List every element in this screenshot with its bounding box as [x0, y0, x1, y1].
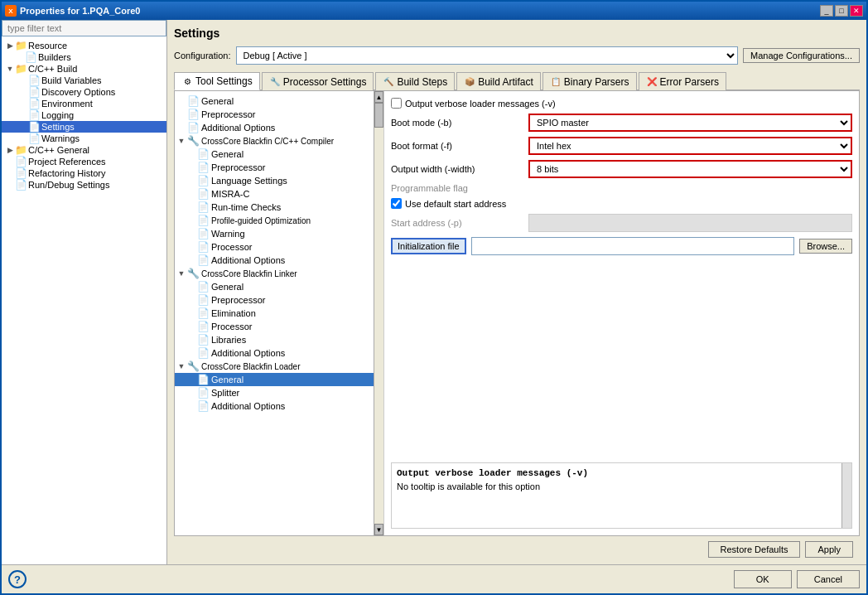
stree-item-crosscore-compiler[interactable]: ▼ 🔧 CrossCore Blackfin C/C++ Compiler: [175, 134, 374, 148]
stree-item-additional-options3[interactable]: 📄 Additional Options: [175, 346, 374, 360]
stree-item-warning[interactable]: 📄 Warning: [175, 227, 374, 240]
boot-format-row: Boot format (-f) Intel hex: [391, 137, 852, 155]
stree-item-general1[interactable]: 📄 General: [175, 94, 374, 108]
folder-icon-builders: 📄: [25, 52, 36, 62]
stree-icon-preprocessor2: 📄: [196, 162, 210, 173]
stree-icon-misra-c: 📄: [196, 188, 210, 200]
output-verbose-checkbox[interactable]: [391, 98, 402, 109]
stree-item-runtime-checks[interactable]: 📄 Run-time Checks: [175, 201, 374, 214]
maximize-button[interactable]: □: [835, 5, 848, 17]
sidebar-item-warnings[interactable]: 📄 Warnings: [2, 133, 166, 144]
sidebar-item-environment[interactable]: 📄 Environment: [2, 98, 166, 109]
sidebar-item-build-variables[interactable]: 📄 Build Variables: [2, 75, 166, 86]
info-scrollbar[interactable]: [841, 463, 851, 528]
sidebar-item-builders[interactable]: 📄 Builders: [2, 51, 166, 63]
stree-item-preprocessor2[interactable]: 📄 Preprocessor: [175, 161, 374, 174]
stree-item-processor4[interactable]: 📄 Processor: [175, 320, 374, 333]
tab-tool-settings[interactable]: ⚙ Tool Settings: [174, 72, 260, 90]
info-container: Output verbose loader messages (-v) No t…: [391, 459, 852, 529]
boot-mode-select[interactable]: SPIO master: [528, 114, 852, 132]
use-default-start-checkbox[interactable]: [391, 198, 402, 209]
stree-item-general4[interactable]: 📄 General: [175, 373, 374, 386]
tree-label-refactoring-history: Refactoring History: [28, 168, 106, 178]
scrollbar-up-button[interactable]: ▲: [374, 91, 383, 103]
sidebar-item-refactoring-history[interactable]: 📄 Refactoring History: [2, 167, 166, 179]
folder-icon-environment: 📄: [28, 99, 40, 109]
info-title: Output verbose loader messages (-v): [397, 468, 846, 478]
start-address-input[interactable]: [528, 214, 852, 232]
output-verbose-label: Output verbose loader messages (-v): [405, 99, 556, 109]
stree-icon-profile-opt: 📄: [196, 215, 210, 226]
sidebar-item-run-debug[interactable]: 📄 Run/Debug Settings: [2, 179, 166, 191]
manage-configurations-button[interactable]: Manage Configurations...: [743, 48, 860, 63]
browse-button[interactable]: Browse...: [799, 239, 852, 254]
apply-button[interactable]: Apply: [805, 541, 853, 558]
stree-item-processor3[interactable]: 📄 Processor: [175, 240, 374, 254]
config-select[interactable]: Debug [ Active ]: [236, 46, 739, 65]
stree-icon-general2: 📄: [196, 148, 210, 160]
stree-item-preprocessor1[interactable]: 📄 Preprocessor: [175, 108, 374, 121]
stree-item-preprocessor3[interactable]: 📄 Preprocessor: [175, 293, 374, 307]
stree-item-additional-options4[interactable]: 📄 Additional Options: [175, 399, 374, 413]
title-bar-buttons: _ □ ✕: [820, 5, 863, 17]
scrollbar-down-button[interactable]: ▼: [374, 524, 383, 535]
stree-label-runtime-checks: Run-time Checks: [211, 202, 281, 212]
stree-item-misra-c[interactable]: 📄 MISRA-C: [175, 187, 374, 201]
filter-input[interactable]: [2, 20, 166, 36]
cancel-button[interactable]: Cancel: [797, 570, 860, 588]
stree-arrow-crosscore-linker: ▼: [176, 269, 186, 278]
tab-processor-settings-label: Processor Settings: [283, 76, 367, 88]
content-area: 📄 General 📄 Preprocessor 📄: [174, 90, 860, 536]
tab-build-artifact-label: Build Artifact: [478, 76, 533, 88]
scrollbar-thumb[interactable]: [374, 103, 383, 128]
stree-item-elimination[interactable]: 📄 Elimination: [175, 307, 374, 320]
tab-error-parsers[interactable]: ❌ Error Parsers: [639, 72, 726, 90]
tab-build-artifact[interactable]: 📦 Build Artifact: [456, 72, 541, 90]
stree-icon-language-settings: 📄: [196, 175, 210, 186]
sidebar-item-resource[interactable]: ▶ 📁 Resource: [2, 40, 166, 51]
stree-icon-warning: 📄: [196, 228, 210, 239]
start-address-row: Start address (-p): [391, 214, 852, 232]
stree-item-general2[interactable]: 📄 General: [175, 148, 374, 161]
tab-binary-parsers-label: Binary Parsers: [564, 76, 629, 88]
programmable-flag-row: Programmable flag: [391, 183, 852, 193]
tree-label-cpp-general: C/C++ General: [28, 145, 89, 155]
close-button[interactable]: ✕: [850, 5, 863, 17]
minimize-button[interactable]: _: [820, 5, 833, 17]
stree-item-additional-options2[interactable]: 📄 Additional Options: [175, 254, 374, 267]
stree-item-libraries[interactable]: 📄 Libraries: [175, 333, 374, 346]
boot-format-select[interactable]: Intel hex: [528, 137, 852, 155]
tree-label-discovery-options: Discovery Options: [41, 87, 115, 97]
help-icon[interactable]: ?: [8, 570, 27, 588]
stree-item-splitter[interactable]: 📄 Splitter: [175, 386, 374, 399]
title-bar-left: X Properties for 1.PQA_Core0: [5, 5, 141, 17]
tab-processor-settings[interactable]: 🔧 Processor Settings: [262, 72, 374, 90]
output-width-select[interactable]: 8 bits: [528, 160, 852, 178]
tool-settings-icon: ⚙: [181, 75, 193, 87]
stree-item-general3[interactable]: 📄 General: [175, 280, 374, 293]
sidebar-item-project-references[interactable]: 📄 Project References: [2, 156, 166, 167]
init-file-input[interactable]: [471, 237, 795, 255]
ok-button[interactable]: OK: [734, 570, 792, 588]
stree-item-profile-opt[interactable]: 📄 Profile-guided Optimization: [175, 214, 374, 227]
sidebar-item-logging[interactable]: 📄 Logging: [2, 109, 166, 121]
stree-item-additional-options1[interactable]: 📄 Additional Options: [175, 121, 374, 134]
stree-label-crosscore-compiler: CrossCore Blackfin C/C++ Compiler: [201, 137, 334, 146]
stree-item-language-settings[interactable]: 📄 Language Settings: [175, 174, 374, 187]
stree-item-crosscore-linker[interactable]: ▼ 🔧 CrossCore Blackfin Linker: [175, 267, 374, 280]
init-file-label: Initialization file: [391, 238, 466, 254]
tab-build-steps[interactable]: 🔨 Build Steps: [375, 72, 455, 90]
window-title: Properties for 1.PQA_Core0: [20, 6, 141, 16]
sidebar-item-settings[interactable]: 📄 Settings: [2, 121, 166, 133]
settings-tree-scrollbar[interactable]: ▲ ▼: [374, 91, 383, 535]
sidebar-item-discovery-options[interactable]: 📄 Discovery Options: [2, 86, 166, 98]
restore-defaults-button[interactable]: Restore Defaults: [708, 541, 801, 558]
scrollbar-track: [374, 103, 383, 524]
stree-label-elimination: Elimination: [211, 308, 256, 318]
main-area: ▶ 📁 Resource 📄 Builders ▼ 📁 C/C++ Build: [2, 20, 866, 564]
sidebar-item-cpp-build[interactable]: ▼ 📁 C/C++ Build: [2, 63, 166, 75]
stree-item-crosscore-loader[interactable]: ▼ 🔧 CrossCore Blackfin Loader: [175, 360, 374, 373]
tab-binary-parsers[interactable]: 📋 Binary Parsers: [542, 72, 637, 90]
stree-label-additional-options4: Additional Options: [211, 401, 285, 411]
sidebar-item-cpp-general[interactable]: ▶ 📁 C/C++ General: [2, 144, 166, 156]
